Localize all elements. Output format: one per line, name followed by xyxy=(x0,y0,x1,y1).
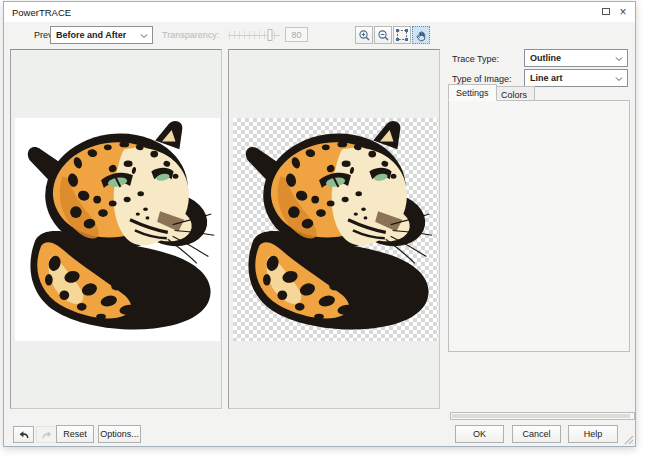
reset-button[interactable]: Reset xyxy=(56,425,94,443)
image-type-dropdown[interactable]: Line art xyxy=(524,69,628,87)
powertrace-dialog: PowerTRACE × Preview: Before and After T… xyxy=(3,1,636,447)
redo-button[interactable] xyxy=(36,426,57,443)
resize-grip[interactable] xyxy=(624,435,634,445)
maximize-icon xyxy=(602,8,610,15)
zoom-out-button[interactable] xyxy=(374,26,392,44)
pan-hand-icon xyxy=(415,29,428,42)
chevron-down-icon xyxy=(615,57,623,62)
trace-type-value: Outline xyxy=(530,53,561,63)
trace-type-label: Trace Type: xyxy=(452,54,499,64)
traced-image-canvas[interactable] xyxy=(233,118,438,341)
zoom-to-fit-button[interactable] xyxy=(393,26,411,44)
title-bar[interactable]: PowerTRACE × xyxy=(4,2,635,22)
scrollbar-thumb[interactable] xyxy=(452,414,630,418)
chevron-down-icon xyxy=(140,34,148,39)
horizontal-scrollbar[interactable] xyxy=(450,412,635,420)
cancel-button[interactable]: Cancel xyxy=(512,425,561,443)
maximize-button[interactable] xyxy=(599,5,613,18)
help-button[interactable]: Help xyxy=(568,425,618,443)
slider-track xyxy=(228,35,280,36)
transparency-slider-thumb[interactable] xyxy=(267,29,272,41)
tab-settings[interactable]: Settings xyxy=(448,84,497,101)
settings-tab-pane xyxy=(448,100,630,352)
transparency-value-field[interactable]: 80 xyxy=(285,27,308,42)
traced-leopard-image xyxy=(233,118,438,341)
close-button[interactable]: × xyxy=(616,5,630,18)
undo-button[interactable] xyxy=(13,426,34,443)
chevron-down-icon xyxy=(615,77,623,82)
transparency-label: Transparency: xyxy=(162,30,219,40)
trace-type-dropdown[interactable]: Outline xyxy=(524,49,628,67)
zoom-to-fit-icon xyxy=(396,29,408,41)
undo-icon xyxy=(18,429,30,440)
zoom-out-icon xyxy=(377,29,390,42)
preview-dropdown-value: Before and After xyxy=(56,30,126,40)
original-image-canvas[interactable] xyxy=(15,118,220,341)
transparency-slider[interactable] xyxy=(228,28,280,42)
redo-icon xyxy=(41,429,53,440)
pan-tool-button[interactable] xyxy=(412,26,430,44)
ok-button[interactable]: OK xyxy=(455,425,504,443)
close-icon: × xyxy=(619,7,626,17)
image-type-label: Type of Image: xyxy=(452,74,512,84)
zoom-in-icon xyxy=(358,29,371,42)
window-title: PowerTRACE xyxy=(12,7,71,18)
preview-panel-after xyxy=(228,49,440,409)
original-leopard-image xyxy=(15,118,220,341)
preview-panel-before xyxy=(10,49,222,409)
zoom-in-button[interactable] xyxy=(355,26,373,44)
options-button[interactable]: Options... xyxy=(98,425,141,443)
image-type-value: Line art xyxy=(530,73,563,83)
preview-dropdown[interactable]: Before and After xyxy=(50,26,153,44)
